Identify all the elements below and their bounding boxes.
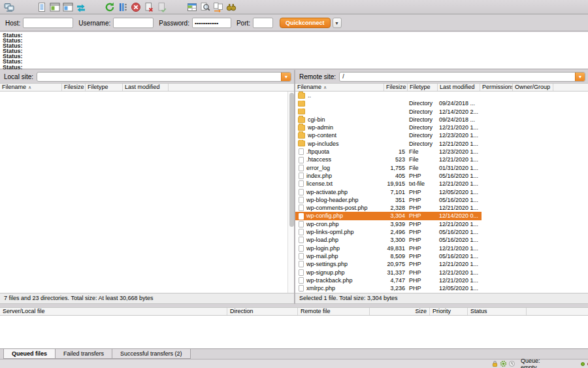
file-row[interactable]: wp-activate.php 7,101 PHP 12/05/2020 1..…: [295, 188, 482, 196]
find-files-icon[interactable]: [225, 1, 238, 14]
file-row[interactable]: ..: [295, 92, 482, 99]
local-column-headers: Filename∧ Filesize Filetype Last modifie…: [0, 83, 294, 92]
directory-comparison-icon[interactable]: [74, 1, 88, 14]
refresh-icon[interactable]: [103, 1, 116, 14]
file-icon: [299, 285, 304, 292]
file-row[interactable]: wp-login.php 49,831 PHP 12/21/2020 1...: [295, 244, 482, 252]
cancel-icon[interactable]: [129, 1, 142, 14]
file-icon: [298, 117, 305, 123]
file-row[interactable]: Directory 12/14/2020 2...: [295, 108, 482, 116]
file-row[interactable]: wp-comments-post.php 2,328 PHP 12/21/202…: [295, 204, 482, 212]
username-input[interactable]: [113, 18, 154, 28]
message-log: Status:Status:Status:Status:Status:Statu…: [0, 32, 588, 69]
queue-col-remote[interactable]: Remote file: [298, 308, 370, 315]
file-icon: [299, 245, 304, 252]
file-row[interactable]: wp-content Directory 12/23/2020 1...: [295, 131, 482, 139]
file-icon: [299, 157, 304, 163]
remote-col-permissions[interactable]: Permissions: [480, 84, 513, 91]
status-line: Status:: [3, 38, 588, 43]
file-icon: [299, 165, 304, 171]
reconnect-icon[interactable]: [155, 1, 169, 14]
local-col-modified[interactable]: Last modified: [123, 84, 169, 91]
queue-tabs: Queued filesFailed transfersSuccessful t…: [0, 348, 588, 359]
status-line: Status:: [3, 43, 588, 48]
file-row[interactable]: wp-load.php 3,300 PHP 05/16/2020 1...: [295, 236, 482, 244]
status-line: Status:: [3, 48, 588, 54]
scrollbar-thumb[interactable]: [289, 93, 294, 227]
remote-col-modified[interactable]: Last modified: [438, 84, 480, 91]
remote-col-owner[interactable]: Owner/Group: [513, 84, 553, 91]
lock-icon: [491, 360, 498, 367]
disconnect-icon[interactable]: [142, 1, 155, 14]
local-scrollbar[interactable]: [287, 92, 294, 293]
file-icon: [299, 253, 304, 259]
process-queue-icon[interactable]: [116, 1, 129, 14]
file-row[interactable]: wp-includes Directory 12/21/2020 1...: [295, 140, 482, 148]
queue-col-direction[interactable]: Direction: [227, 308, 298, 315]
file-row[interactable]: wp-blog-header.php 351 PHP 05/16/2020 1.…: [295, 196, 482, 204]
queue-col-priority[interactable]: Priority: [430, 308, 468, 315]
local-col-filesize[interactable]: Filesize: [62, 84, 86, 91]
file-row[interactable]: wp-signup.php 31,337 PHP 12/21/2020 1...: [295, 269, 482, 276]
host-input[interactable]: [23, 18, 73, 28]
file-row[interactable]: .htaccess 523 File 12/21/2020 1...: [295, 156, 482, 163]
file-row[interactable]: wp-admin Directory 12/21/2020 1...: [295, 124, 482, 131]
file-row[interactable]: wp-links-opml.php 2,496 PHP 05/16/2020 1…: [295, 228, 482, 236]
file-row[interactable]: index.php 405 PHP 05/16/2020 1...: [295, 172, 482, 180]
file-icon: [298, 125, 305, 131]
host-label: Host:: [5, 20, 20, 27]
port-input[interactable]: [253, 18, 273, 28]
file-row[interactable]: Directory 09/24/2018 ...: [295, 99, 482, 107]
local-col-filename[interactable]: Filename∧: [0, 84, 62, 91]
file-icon: [298, 141, 305, 146]
message-log-icon[interactable]: [35, 1, 48, 14]
queue-col-size[interactable]: Size: [370, 308, 430, 315]
remote-col-filesize[interactable]: Filesize: [384, 84, 408, 91]
queue-tab[interactable]: Queued files: [3, 349, 56, 359]
file-row[interactable]: error_log 1,755 File 01/31/2020 1...: [295, 164, 482, 172]
file-row[interactable]: .ftpquota 15 File 12/23/2020 1...: [295, 148, 482, 156]
status-line: Status:: [3, 54, 588, 59]
combo-arrow-icon[interactable]: ▼: [281, 73, 291, 81]
queue-col-local[interactable]: Server/Local file: [0, 308, 227, 315]
file-row[interactable]: wp-cron.php 3,939 PHP 12/21/2020 1...: [295, 220, 482, 228]
local-site-combobox[interactable]: ▼: [37, 72, 291, 82]
filezilla-window: Host: Username: Password: Port: Quickcon…: [0, 0, 588, 368]
file-row[interactable]: wp-settings.php 20,975 PHP 12/21/2020 1.…: [295, 260, 482, 268]
local-site-label: Local site:: [4, 73, 33, 80]
file-row[interactable]: wp-config.php 3,304 PHP 12/14/2020 0...: [295, 212, 482, 220]
transfer-queue-list[interactable]: [0, 316, 588, 348]
file-row[interactable]: xmlrpc.php 3,236 PHP 12/05/2020 1...: [295, 284, 482, 292]
file-icon: [298, 93, 305, 99]
file-icon: [299, 237, 304, 243]
site-manager-icon[interactable]: [3, 1, 16, 14]
queue-tab[interactable]: Successful transfers (2): [112, 349, 191, 359]
file-row[interactable]: license.txt 19,915 txt-file 12/21/2020 1…: [295, 180, 482, 188]
remote-treeview-icon[interactable]: [61, 1, 74, 14]
quickconnect-dropdown-icon[interactable]: ▼: [333, 18, 342, 28]
password-label: Password:: [159, 20, 189, 27]
username-label: Username:: [78, 20, 110, 27]
combo-arrow-icon[interactable]: ▼: [575, 73, 585, 81]
search-icon[interactable]: [199, 1, 212, 14]
remote-col-filetype[interactable]: Filetype: [408, 84, 438, 91]
local-col-filetype[interactable]: Filetype: [86, 84, 123, 91]
file-row[interactable]: cgi-bin Directory 09/24/2018 ...: [295, 116, 482, 124]
synchronized-browsing-icon[interactable]: [212, 1, 225, 14]
file-row[interactable]: wp-trackback.php 4,747 PHP 12/21/2020 1.…: [295, 276, 482, 284]
quickconnect-button[interactable]: Quickconnect: [280, 18, 331, 28]
remote-site-combobox[interactable]: /▼: [339, 72, 585, 82]
local-treeview-icon[interactable]: [48, 1, 61, 14]
queue-tab[interactable]: Failed transfers: [55, 349, 112, 359]
local-file-list[interactable]: [0, 92, 294, 293]
speed-limits-icon[interactable]: [500, 360, 507, 367]
status-line: Status:: [3, 33, 588, 38]
password-input[interactable]: [192, 18, 231, 28]
queue-col-status[interactable]: Status: [468, 308, 527, 315]
file-icon: [298, 109, 305, 114]
remote-file-list[interactable]: .. Directory 09/24/2018 ... Directory 12…: [295, 92, 588, 293]
file-row[interactable]: wp-mail.php 8,509 PHP 05/16/2020 1...: [295, 252, 482, 260]
filter-icon[interactable]: [186, 1, 199, 14]
remote-col-filename[interactable]: Filename∧: [295, 84, 384, 91]
remote-status-bar: Selected 1 file. Total size: 3,304 bytes: [295, 293, 588, 304]
